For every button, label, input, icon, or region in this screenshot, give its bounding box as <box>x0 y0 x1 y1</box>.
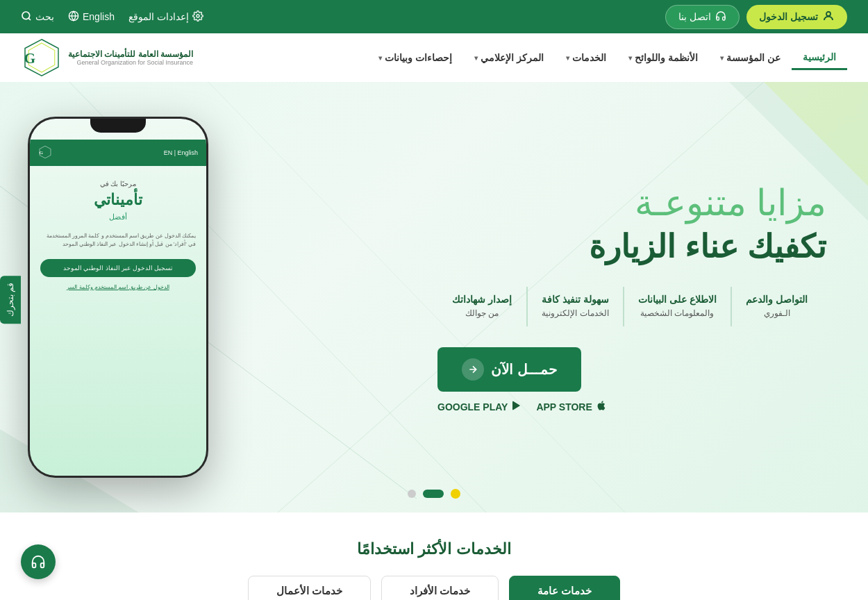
nav-services[interactable]: الخدمات ▾ <box>555 47 617 69</box>
phone-mockup: EN | English G مرحبًا بك في تأميناتي أفض… <box>28 117 208 478</box>
support-button[interactable] <box>21 544 56 579</box>
chevron-down-icon: ▾ <box>566 54 569 62</box>
tab-general[interactable]: خدمات عامة <box>509 576 620 600</box>
search-item[interactable]: بحث <box>21 10 54 24</box>
login-label: تسجيل الدخول <box>759 11 818 22</box>
hero-feature-3: الاطلاع على البيانات والمعلومات الشخصية <box>624 287 732 326</box>
play-icon <box>511 400 522 413</box>
svg-point-4 <box>22 12 30 19</box>
nav-home[interactable]: الرئيسية <box>792 46 847 70</box>
phone-area: EN | English G مرحبًا بك في تأميناتي أفض… <box>28 117 208 478</box>
phone-content: مرحبًا بك في تأميناتي أفضل يمكنك الدخول … <box>30 166 206 304</box>
nav-about[interactable]: عن المؤسسة ▾ <box>709 47 792 69</box>
contact-button[interactable]: اتصل بنا <box>665 5 740 29</box>
phone-lang: EN | English <box>164 149 198 156</box>
logo-text: المؤسسة العامة للتأمينات الاجتماعية Gene… <box>68 49 193 66</box>
googleplay-label: GOOGLE PLAY <box>437 401 508 412</box>
feature2-title: سهولة تنفيذ كافة <box>542 294 609 305</box>
svg-text:G: G <box>40 150 44 156</box>
feature1-desc: من جوالك <box>451 308 512 319</box>
chevron-down-icon: ▾ <box>628 54 632 62</box>
svg-point-1 <box>197 15 199 17</box>
search-label: بحث <box>35 11 54 22</box>
phone-user-link[interactable]: الدخول عن طريق اسم المستخدم وكلمة السر <box>40 284 196 290</box>
gear-icon <box>192 10 203 24</box>
feature4-desc: الـفوري <box>746 308 808 319</box>
side-tab[interactable]: قم بتحرك <box>0 276 21 324</box>
services-section: الخدمات الأكثر استخدامًا خدمات عامة خدما… <box>0 512 868 600</box>
nav-stats[interactable]: إحصاءات وبيانات ▾ <box>367 47 463 69</box>
search-icon <box>21 10 32 24</box>
appstore-label: APP STORE <box>536 401 592 412</box>
phone-brand: تأميناتي <box>40 191 196 209</box>
hero-feature-2: سهولة تنفيذ كافة الخدمات الإلكترونية <box>528 287 624 326</box>
feature4-title: التواصل والدعم <box>746 294 808 305</box>
main-nav: الرئيسية عن المؤسسة ▾ الأنظمة واللوائح ▾… <box>367 46 847 70</box>
login-icon <box>822 10 835 24</box>
hero-features: التواصل والدعم الـفوري الاطلاع على البيا… <box>437 287 826 326</box>
phone-screen: EN | English G مرحبًا بك في تأميناتي أفض… <box>30 119 206 476</box>
download-button[interactable]: حمـــل الآن <box>437 347 581 392</box>
download-label: حمـــل الآن <box>491 361 557 378</box>
phone-welcome: مرحبًا بك في <box>40 180 196 188</box>
tab-business[interactable]: خدمات الأعمال <box>248 576 371 600</box>
top-bar-right: تسجيل الدخول اتصل بنا <box>665 5 847 29</box>
svg-point-0 <box>826 12 831 16</box>
feature3-desc: والمعلومات الشخصية <box>638 308 717 319</box>
logo-name-en: General Organization for Social Insuranc… <box>68 59 193 66</box>
feature3-title: الاطلاع على البيانات <box>638 294 717 305</box>
phone-desc: يمكنك الدخول عن طريق اسم المستخدم و كلمة… <box>40 232 196 249</box>
logo-name-ar: المؤسسة العامة للتأمينات الاجتماعية <box>68 49 193 59</box>
download-section: حمـــل الآن <box>437 347 826 413</box>
arrow-icon <box>462 358 484 381</box>
header: الرئيسية عن المؤسسة ▾ الأنظمة واللوائح ▾… <box>0 33 868 82</box>
chevron-down-icon: ▾ <box>474 54 478 62</box>
tab-individuals[interactable]: خدمات الأفراد <box>381 576 499 600</box>
phone-app-bar: EN | English G <box>30 140 206 166</box>
logo-area[interactable]: المؤسسة العامة للتأمينات الاجتماعية Gene… <box>21 37 193 78</box>
hero-section: مزايا متنوعـة تكفيك عناء الزيارة التواصل… <box>0 82 868 512</box>
store-links: APP STORE GOOGLE PLAY <box>437 400 826 413</box>
svg-line-5 <box>28 18 31 20</box>
top-bar: تسجيل الدخول اتصل بنا إعدادات الموقع Eng… <box>0 0 868 33</box>
googleplay-link[interactable]: GOOGLE PLAY <box>437 400 522 413</box>
login-button[interactable]: تسجيل الدخول <box>746 5 847 29</box>
phone-notch <box>90 119 146 133</box>
phone-app-logo: G <box>38 145 52 160</box>
settings-item[interactable]: إعدادات الموقع <box>128 10 203 24</box>
svg-text:G: G <box>24 50 35 67</box>
english-label: English <box>83 11 115 22</box>
apple-icon <box>596 400 607 413</box>
hero-text: مزايا متنوعـة تكفيك عناء الزيارة التواصل… <box>437 181 826 413</box>
settings-label: إعدادات الموقع <box>128 11 189 22</box>
hero-content: مزايا متنوعـة تكفيك عناء الزيارة التواصل… <box>0 89 868 506</box>
appstore-link[interactable]: APP STORE <box>536 400 606 413</box>
feature2-desc: الخدمات الإلكترونية <box>542 308 609 319</box>
nav-systems[interactable]: الأنظمة واللوائح ▾ <box>617 47 709 69</box>
language-item[interactable]: English <box>68 10 115 24</box>
nav-media[interactable]: المركز الإعلامي ▾ <box>463 47 555 69</box>
services-title: الخدمات الأكثر استخدامًا <box>42 540 826 558</box>
logo-icon: G <box>21 37 62 78</box>
language-icon <box>68 10 79 24</box>
headset-icon <box>715 10 726 24</box>
chevron-down-icon: ▾ <box>720 54 724 62</box>
hero-feature-4: التواصل والدعم الـفوري <box>732 287 822 326</box>
phone-login-btn[interactable]: تسجيل الدخول عبر النفاذ الوطني الموحد <box>40 259 196 277</box>
phone-brand-sub: أفضل <box>40 212 196 222</box>
feature1-title: إصدار شهاداتك <box>451 294 512 305</box>
services-tabs: خدمات عامة خدمات الأفراد خدمات الأعمال <box>42 576 826 600</box>
hero-title-1: مزايا متنوعـة <box>437 181 826 224</box>
chevron-down-icon: ▾ <box>378 54 382 62</box>
hero-title-2: تكفيك عناء الزيارة <box>437 228 826 266</box>
hero-feature-1: إصدار شهاداتك من جوالك <box>437 287 528 326</box>
top-bar-left: إعدادات الموقع English بحث <box>21 10 203 24</box>
contact-label: اتصل بنا <box>678 11 711 22</box>
